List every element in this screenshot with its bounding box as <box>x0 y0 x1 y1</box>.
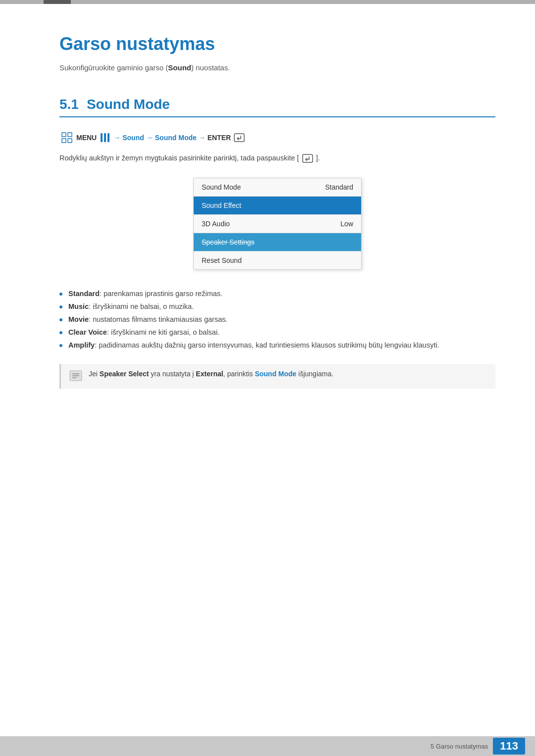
bullet-dot-movie <box>59 318 62 321</box>
path-sound-mode: Sound Mode <box>155 134 197 142</box>
arrow-1: → <box>113 134 120 142</box>
subtitle-bold: Sound <box>168 63 191 72</box>
menu-label: MENU <box>76 134 97 142</box>
term-movie: Movie <box>68 315 89 323</box>
desc-movie: : nustatomas filmams tinkamiausias garsa… <box>89 315 227 323</box>
top-bar-accent <box>44 0 71 4</box>
menu-row-label-speaker-settings: Speaker Settings <box>202 238 255 246</box>
subtitle: Sukonfigūruokite gaminio garso (Sound) n… <box>59 63 495 72</box>
menu-row-label-sound-effect: Sound Effect <box>202 202 241 209</box>
desc-amplify: : padidinamas aukštų dažnių garso intens… <box>95 341 439 349</box>
desc-standard: : parenkamas įprastinis garso režimas. <box>100 290 222 298</box>
term-music: Music <box>68 302 89 310</box>
menu-row-value-sound-mode: Standard <box>325 183 353 191</box>
section-number: 5.1 <box>59 97 79 112</box>
subtitle-suffix: ) nuostatas. <box>191 63 230 72</box>
note-term3: Sound Mode <box>255 370 296 378</box>
menu-row-sound-mode[interactable]: Sound Mode Standard <box>194 178 361 197</box>
desc-clear-voice: : išryškinami ne kiti garsai, o balsai. <box>107 328 219 336</box>
svg-rect-7 <box>234 134 244 142</box>
main-content: Garso nustatymas Sukonfigūruokite gamini… <box>0 4 535 428</box>
arrow-2: → <box>146 134 153 142</box>
svg-rect-5 <box>104 133 106 142</box>
note-text: Jei Speaker Select yra nustatyta į Exter… <box>89 370 333 378</box>
list-item-standard-text: Standard: parenkamas įprastinis garso re… <box>68 290 222 298</box>
menu-row-sound-effect[interactable]: Sound Effect <box>194 197 361 215</box>
sound-menu-icon <box>100 132 110 143</box>
section-title: Sound Mode <box>87 97 170 112</box>
list-item-music: Music: išryškinami ne balsai, o muzika. <box>59 302 495 310</box>
note-icon <box>69 369 83 383</box>
bullet-dot-amplify <box>59 344 62 347</box>
description-list: Standard: parenkamas įprastinis garso re… <box>59 290 495 349</box>
list-item-amplify-text: Amplify: padidinamas aukštų dažnių garso… <box>68 341 439 349</box>
path-sound: Sound <box>122 134 144 142</box>
list-item-music-text: Music: išryškinami ne balsai, o muzika. <box>68 302 194 310</box>
term-amplify: Amplify <box>68 341 95 349</box>
top-bar <box>0 0 535 4</box>
enter-inline-icon <box>302 154 313 163</box>
note-term1: Speaker Select <box>100 370 149 378</box>
footer-label: 5 Garso nustatymas <box>430 743 488 750</box>
menu-row-label-sound-mode: Sound Mode <box>202 183 241 191</box>
menu-row-value-3d-audio: Low <box>340 220 353 228</box>
instruction-prefix: Rodyklių aukštyn ir žemyn mygtukais pasi… <box>59 154 299 162</box>
note-prefix: Jei <box>89 370 100 378</box>
menu-row-speaker-settings[interactable]: Speaker Settings <box>194 233 361 252</box>
svg-rect-8 <box>303 154 313 162</box>
list-item-movie-text: Movie: nustatomas filmams tinkamiausias … <box>68 315 228 323</box>
menu-icon <box>61 132 72 143</box>
list-item-clear-voice-text: Clear Voice: išryškinami ne kiti garsai,… <box>68 328 219 336</box>
subtitle-prefix: Sukonfigūruokite gaminio garso ( <box>59 63 168 72</box>
bullet-dot-standard <box>59 293 62 296</box>
desc-music: : išryškinami ne balsai, o muzika. <box>89 302 194 310</box>
svg-rect-1 <box>68 133 72 137</box>
menu-row-3d-audio[interactable]: 3D Audio Low <box>194 215 361 233</box>
note-suffix: , parinktis <box>223 370 255 378</box>
svg-rect-4 <box>101 133 103 142</box>
svg-rect-0 <box>62 133 66 137</box>
section-heading: 5.1 Sound Mode <box>59 97 495 117</box>
bullet-dot-clear-voice <box>59 331 62 334</box>
list-item-movie: Movie: nustatomas filmams tinkamiausias … <box>59 315 495 323</box>
term-standard: Standard <box>68 290 100 298</box>
bullet-dot-music <box>59 305 62 308</box>
svg-rect-2 <box>62 139 66 143</box>
menu-row-label-3d-audio: 3D Audio <box>202 220 230 228</box>
list-item-clear-voice: Clear Voice: išryškinami ne kiti garsai,… <box>59 328 495 336</box>
instruction-text: Rodyklių aukštyn ir žemyn mygtukais pasi… <box>59 154 495 163</box>
menu-box: Sound Mode Standard Sound Effect 3D Audi… <box>193 178 362 270</box>
list-item-standard: Standard: parenkamas įprastinis garso re… <box>59 290 495 298</box>
list-item-amplify: Amplify: padidinamas aukštų dažnių garso… <box>59 341 495 349</box>
arrow-3: → <box>199 134 206 142</box>
svg-rect-6 <box>107 133 109 142</box>
page-number: 113 <box>493 738 525 755</box>
page-title: Garso nustatymas <box>59 34 495 54</box>
menu-row-label-reset-sound: Reset Sound <box>202 256 242 264</box>
menu-path: MENU → Sound → Sound Mode → ENTER <box>59 132 495 143</box>
bottom-bar: 5 Garso nustatymas 113 <box>0 736 535 756</box>
menu-box-container: Sound Mode Standard Sound Effect 3D Audi… <box>59 178 495 270</box>
note-term2: External <box>196 370 223 378</box>
enter-icon <box>234 133 245 142</box>
term-clear-voice: Clear Voice <box>68 328 107 336</box>
note-box: Jei Speaker Select yra nustatyta į Exter… <box>59 364 495 389</box>
svg-rect-3 <box>68 139 72 143</box>
menu-row-reset-sound[interactable]: Reset Sound <box>194 252 361 269</box>
note-end: išjungiama. <box>296 370 333 378</box>
path-enter: ENTER <box>208 134 231 142</box>
note-middle: yra nustatyta į <box>149 370 196 378</box>
instruction-end: ]. <box>316 154 320 162</box>
